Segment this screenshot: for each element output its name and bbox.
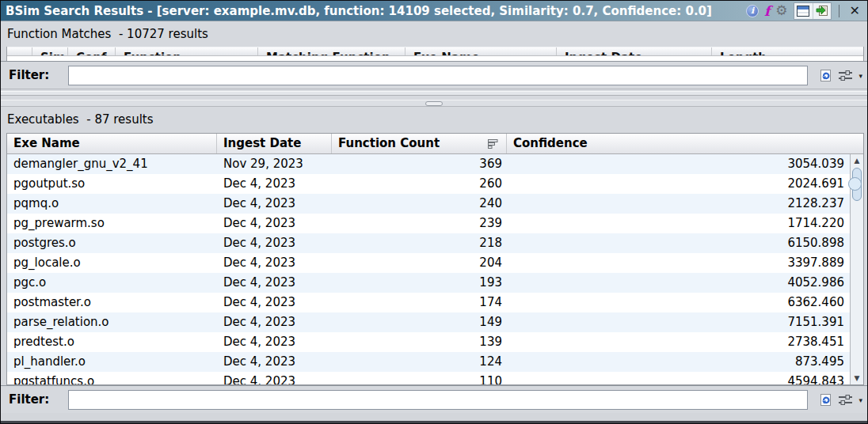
titlebar-separator: [839, 5, 839, 17]
cell-name: pl_handler.o: [7, 352, 217, 372]
column-header-ingest-date[interactable]: Ingest Date: [217, 134, 332, 153]
function-icon[interactable]: f: [764, 5, 770, 17]
fm-column-header[interactable]: Exe Name: [405, 47, 557, 56]
executables-heading: Executables - 87 results: [7, 112, 154, 127]
cell-name: pgoutput.so: [7, 174, 217, 194]
table-row[interactable]: pg_prewarm.soDec 4, 20232391714.220: [7, 214, 850, 233]
table-row[interactable]: pqmq.oDec 4, 20232402128.237: [7, 194, 850, 214]
close-icon[interactable]: ✕: [847, 5, 863, 17]
cell-name: pg_locale.o: [7, 253, 217, 273]
cell-confidence: 2128.237: [507, 194, 850, 214]
cell-ingest-date: Dec 4, 2023: [217, 253, 332, 273]
executables-table: Exe Name Ingest Date Function Count Conf…: [6, 133, 864, 385]
table-row[interactable]: pl_handler.oDec 4, 2023124873.495: [7, 352, 850, 372]
splitter-grip[interactable]: [425, 101, 443, 106]
function-matches-heading: Function Matches - 10727 results: [7, 27, 208, 41]
fm-column-header[interactable]: Conf: [68, 47, 116, 56]
table-row[interactable]: pgc.oDec 4, 20231934052.986: [7, 273, 850, 293]
scroll-down-icon[interactable]: ▼: [851, 374, 863, 382]
titlebar[interactable]: BSim Search Results - [server: example.m…: [1, 1, 867, 21]
cell-function-count: 174: [332, 293, 507, 312]
table-row[interactable]: parse_relation.oDec 4, 20231497151.391: [7, 312, 850, 332]
vertical-scrollbar[interactable]: ▲ ▼: [850, 154, 863, 384]
splitter-bar[interactable]: [1, 100, 867, 107]
gear-icon[interactable]: ⚙: [775, 4, 787, 17]
executables-filter-panel: Filter: ▾: [1, 385, 867, 414]
filter-options-caret-icon[interactable]: ▾: [858, 396, 862, 404]
cell-function-count: 240: [332, 194, 507, 214]
cell-function-count: 193: [332, 273, 507, 293]
window-layout-button[interactable]: [794, 3, 813, 19]
cell-name: pg_prewarm.so: [7, 214, 217, 233]
cell-confidence: 2024.691: [507, 174, 850, 194]
table-row[interactable]: postmaster.oDec 4, 20231746362.460: [7, 293, 850, 312]
cell-function-count: 139: [332, 332, 507, 352]
cell-function-count: 260: [332, 174, 507, 194]
scroll-up-icon[interactable]: ▲: [851, 157, 863, 165]
clear-filter-icon[interactable]: [819, 393, 832, 407]
cell-confidence: 3397.889: [507, 253, 850, 273]
cell-ingest-date: Dec 4, 2023: [217, 273, 332, 293]
function-matches-filter-panel: Filter: ▾: [1, 61, 867, 89]
fm-column-header[interactable]: [7, 47, 32, 56]
function-matches-filter-input[interactable]: [68, 66, 808, 85]
table-row[interactable]: demangler_gnu_v2_41Nov 29, 20233693054.0…: [7, 154, 850, 174]
cell-function-count: 239: [332, 214, 507, 233]
cell-confidence: 7151.391: [507, 312, 850, 332]
table-row[interactable]: pgstatfuncs.oDec 4, 20231104594.843: [7, 372, 850, 384]
info-icon[interactable]: i: [746, 5, 759, 17]
column-header-label: Function Count: [338, 136, 440, 150]
cell-ingest-date: Dec 4, 2023: [217, 372, 332, 384]
column-header-confidence[interactable]: Confidence: [507, 134, 863, 153]
bsim-search-results-window: BSim Search Results - [server: example.m…: [0, 0, 868, 424]
table-row[interactable]: pg_locale.oDec 4, 20232043397.889: [7, 253, 850, 273]
cell-confidence: 1714.220: [507, 214, 850, 233]
cell-name: pgstatfuncs.o: [7, 372, 217, 384]
cell-name: pqmq.o: [7, 194, 217, 214]
scrollbar-thumb[interactable]: [852, 168, 862, 201]
cell-ingest-date: Nov 29, 2023: [217, 154, 332, 174]
panel-edge: [1, 91, 867, 96]
cell-ingest-date: Dec 4, 2023: [217, 332, 332, 352]
titlebar-icon-group: i f ⚙: [746, 2, 867, 20]
cell-name: parse_relation.o: [7, 312, 217, 332]
table-row[interactable]: postgres.oDec 4, 20232186150.898: [7, 233, 850, 253]
fm-column-header[interactable]: Matching Function: [258, 47, 405, 56]
cell-ingest-date: Dec 4, 2023: [217, 233, 332, 253]
filter-options-icon[interactable]: [838, 70, 853, 81]
cell-ingest-date: Dec 4, 2023: [217, 293, 332, 312]
column-header-label: Confidence: [513, 136, 588, 150]
function-matches-table: SimConfFunctionMatching FunctionExe Name…: [6, 47, 864, 61]
cell-function-count: 149: [332, 312, 507, 332]
cell-name: postmaster.o: [7, 293, 217, 312]
filter-options-icon[interactable]: [838, 394, 853, 406]
table-row[interactable]: pgoutput.soDec 4, 20232602024.691: [7, 174, 850, 194]
column-header-exe-name[interactable]: Exe Name: [7, 134, 217, 153]
cell-ingest-date: Dec 4, 2023: [217, 174, 332, 194]
filter-label: Filter:: [9, 68, 49, 82]
snapshot-button[interactable]: [813, 3, 831, 19]
filter-options-caret-icon[interactable]: ▾: [858, 72, 862, 80]
fm-column-header[interactable]: Ingest Date: [557, 47, 712, 56]
fm-column-header[interactable]: Function: [116, 47, 258, 56]
cell-ingest-date: Dec 4, 2023: [217, 312, 332, 332]
cell-confidence: 4052.986: [507, 273, 850, 293]
paste-icon: [816, 5, 828, 17]
fm-column-header[interactable]: Length: [712, 47, 863, 56]
table-row[interactable]: predtest.oDec 4, 20231392738.451: [7, 332, 850, 352]
cell-confidence: 2738.451: [507, 332, 850, 352]
cell-name: postgres.o: [7, 233, 217, 253]
executables-table-body: demangler_gnu_v2_41Nov 29, 20233693054.0…: [7, 154, 850, 384]
cell-confidence: 6150.898: [507, 233, 850, 253]
cell-confidence: 3054.039: [507, 154, 850, 174]
cell-name: predtest.o: [7, 332, 217, 352]
column-header-function-count[interactable]: Function Count: [332, 134, 507, 153]
scrollbar-grip[interactable]: [848, 177, 862, 191]
window-icon: [797, 6, 809, 17]
executables-filter-input[interactable]: [68, 390, 808, 410]
window-resize-edge[interactable]: [1, 421, 867, 424]
filter-icon-group: ▾: [819, 69, 862, 82]
clear-filter-icon[interactable]: [819, 69, 832, 82]
fm-column-header[interactable]: Sim: [32, 47, 68, 56]
column-header-label: Exe Name: [13, 136, 80, 150]
